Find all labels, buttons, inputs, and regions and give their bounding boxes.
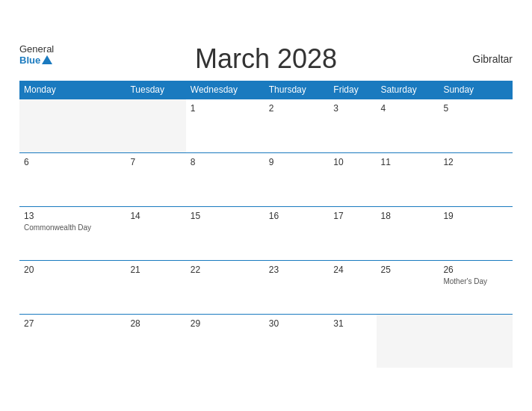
calendar-cell: 13Commonwealth Day [19, 206, 126, 260]
calendar-header: General Blue March 2028 Gibraltar [19, 43, 513, 75]
day-number: 24 [333, 265, 371, 275]
day-number: 20 [24, 265, 121, 275]
country-label: Gibraltar [472, 53, 513, 65]
col-saturday: Saturday [377, 81, 439, 99]
month-title: March 2028 [195, 43, 337, 75]
day-number: 4 [381, 103, 435, 114]
day-number: 17 [333, 211, 371, 221]
day-number: 31 [333, 318, 371, 329]
calendar-cell: 22 [186, 260, 265, 314]
logo-triangle-icon [42, 55, 52, 64]
calendar-container: General Blue March 2028 Gibraltar Monday… [8, 36, 524, 376]
calendar-cell: 15 [186, 206, 265, 260]
day-number: 29 [191, 318, 260, 329]
day-number: 11 [381, 157, 435, 167]
calendar-cell [377, 314, 439, 368]
calendar-week-row: 20212223242526Mother's Day [19, 260, 513, 314]
day-number: 27 [24, 318, 121, 329]
calendar-cell: 7 [126, 152, 185, 206]
calendar-week-row: 13Commonwealth Day141516171819 [19, 206, 513, 260]
day-number: 3 [333, 103, 371, 114]
day-number: 26 [443, 265, 508, 275]
calendar-cell: 31 [329, 314, 376, 368]
calendar-cell: 12 [439, 152, 513, 206]
calendar-cell: 4 [377, 99, 439, 152]
calendar-cell: 14 [126, 206, 185, 260]
calendar-cell: 25 [377, 260, 439, 314]
day-number: 16 [269, 211, 325, 221]
day-number: 9 [269, 157, 325, 167]
calendar-cell: 21 [126, 260, 185, 314]
calendar-header-row: Monday Tuesday Wednesday Thursday Friday… [19, 81, 513, 99]
calendar-cell: 10 [329, 152, 376, 206]
calendar-cell: 1 [186, 99, 265, 152]
day-number: 6 [24, 157, 121, 167]
calendar-table: Monday Tuesday Wednesday Thursday Friday… [19, 81, 513, 368]
calendar-cell: 6 [19, 152, 126, 206]
day-number: 8 [191, 157, 260, 167]
day-number: 12 [443, 157, 508, 167]
day-number: 10 [333, 157, 371, 167]
day-number: 30 [269, 318, 325, 329]
day-number: 15 [191, 211, 260, 221]
calendar-cell: 27 [19, 314, 126, 368]
calendar-cell: 20 [19, 260, 126, 314]
calendar-cell: 29 [186, 314, 265, 368]
calendar-cell [19, 99, 126, 152]
day-number: 21 [130, 265, 181, 275]
logo-blue-text: Blue [19, 55, 52, 66]
calendar-cell: 3 [329, 99, 376, 152]
day-number: 22 [191, 265, 260, 275]
calendar-cell: 23 [265, 260, 330, 314]
calendar-cell: 18 [377, 206, 439, 260]
logo: General Blue [19, 43, 54, 66]
day-number: 5 [443, 103, 508, 114]
day-number: 19 [443, 211, 508, 221]
calendar-cell: 11 [377, 152, 439, 206]
calendar-week-row: 12345 [19, 99, 513, 152]
col-friday: Friday [329, 81, 376, 99]
day-number: 28 [130, 318, 181, 329]
calendar-cell: 26Mother's Day [439, 260, 513, 314]
calendar-cell: 28 [126, 314, 185, 368]
calendar-cell: 2 [265, 99, 330, 152]
logo-general-text: General [19, 43, 54, 55]
calendar-cell: 17 [329, 206, 376, 260]
day-number: 25 [381, 265, 435, 275]
day-number: 1 [191, 103, 260, 114]
col-tuesday: Tuesday [126, 81, 185, 99]
calendar-cell: 9 [265, 152, 330, 206]
day-number: 13 [24, 211, 121, 221]
calendar-cell: 8 [186, 152, 265, 206]
col-thursday: Thursday [265, 81, 330, 99]
calendar-cell: 16 [265, 206, 330, 260]
event-label: Commonwealth Day [24, 223, 121, 232]
calendar-cell: 30 [265, 314, 330, 368]
calendar-cell: 5 [439, 99, 513, 152]
day-number: 18 [381, 211, 435, 221]
calendar-cell: 24 [329, 260, 376, 314]
day-number: 7 [130, 157, 181, 167]
calendar-cell [439, 314, 513, 368]
col-monday: Monday [19, 81, 126, 99]
day-number: 23 [269, 265, 325, 275]
day-number: 2 [269, 103, 325, 114]
calendar-cell: 19 [439, 206, 513, 260]
calendar-week-row: 6789101112 [19, 152, 513, 206]
calendar-week-row: 2728293031 [19, 314, 513, 368]
event-label: Mother's Day [443, 276, 508, 286]
col-wednesday: Wednesday [186, 81, 265, 99]
calendar-cell [126, 99, 185, 152]
day-number: 14 [130, 211, 181, 221]
col-sunday: Sunday [439, 81, 513, 99]
calendar-body: 12345678910111213Commonwealth Day1415161… [19, 99, 513, 368]
